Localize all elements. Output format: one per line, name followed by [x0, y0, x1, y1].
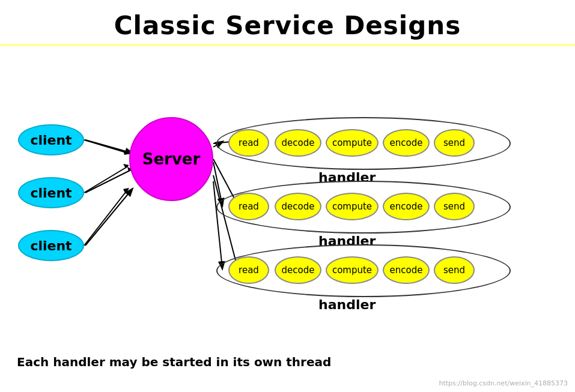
- svg-marker-10: [123, 164, 129, 168]
- svg-line-5: [213, 162, 222, 205]
- title-section: Classic Service Designs: [0, 0, 575, 46]
- watermark: https://blog.csdn.net/weixin_41885373: [439, 379, 568, 387]
- task-decode-2: decode: [275, 193, 321, 220]
- svg-marker-12: [123, 188, 129, 194]
- client-2-label: client: [30, 185, 71, 201]
- task-encode-2: encode: [383, 193, 430, 220]
- handler-group-1: read decode compute encode send: [216, 117, 511, 170]
- svg-line-0: [85, 140, 132, 153]
- svg-marker-8: [123, 150, 129, 155]
- task-send-1: send: [434, 129, 475, 157]
- handler-group-3: read decode compute encode send: [216, 244, 511, 297]
- task-send-3: send: [434, 256, 475, 284]
- task-encode-1: encode: [383, 129, 430, 157]
- svg-line-1: [85, 169, 132, 193]
- footer-text: Each handler may be started in its own t…: [17, 355, 331, 369]
- svg-line-7: [84, 140, 128, 153]
- task-compute-3: compute: [326, 256, 379, 284]
- handler-label-3: handler: [318, 297, 376, 312]
- server-label: Server: [142, 150, 201, 168]
- svg-line-11: [84, 189, 128, 246]
- task-decode-1: decode: [275, 129, 321, 157]
- task-compute-1: compute: [326, 129, 379, 157]
- client-1-label: client: [30, 133, 71, 148]
- client-2: client: [18, 177, 84, 208]
- svg-line-9: [84, 166, 128, 193]
- task-decode-3: decode: [275, 256, 321, 284]
- svg-line-6: [213, 181, 222, 268]
- task-compute-2: compute: [326, 193, 379, 220]
- task-read-2: read: [228, 193, 269, 220]
- client-1: client: [18, 124, 84, 155]
- client-3: client: [18, 230, 84, 261]
- page-title: Classic Service Designs: [0, 11, 575, 40]
- handler-group-2: read decode compute encode send: [216, 181, 511, 234]
- task-send-2: send: [434, 193, 475, 220]
- task-read-1: read: [228, 129, 269, 157]
- task-encode-3: encode: [383, 256, 430, 284]
- server-circle: Server: [129, 117, 213, 201]
- task-read-3: read: [228, 256, 269, 284]
- svg-line-3: [85, 189, 132, 246]
- client-3-label: client: [30, 238, 71, 253]
- svg-line-17: [213, 175, 237, 267]
- diagram-area: client client client Server read decode …: [0, 52, 575, 328]
